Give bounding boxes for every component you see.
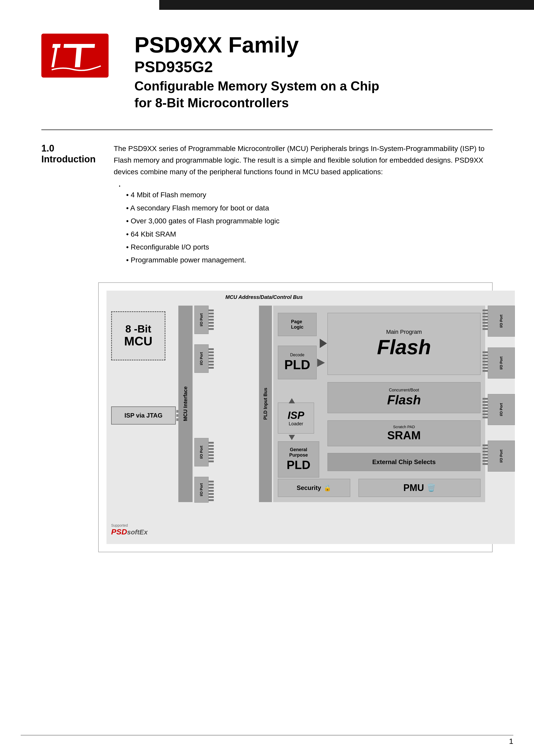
io-port-left-1: I/O Port xyxy=(194,306,209,334)
section-number: 1.0 xyxy=(41,143,98,154)
bullet-1: 4 Mbit of Flash memory xyxy=(119,188,493,202)
io-port-right-2-connectors xyxy=(483,350,488,373)
intro-paragraph: The PSD9XX series of Programmable Microc… xyxy=(114,143,493,177)
io-port-right-3: I/O Port xyxy=(488,394,515,425)
io-port-left-4-connectors xyxy=(209,479,214,502)
main-flash-block: Main Program Flash xyxy=(328,313,480,375)
gp-pld-main: PLD xyxy=(287,458,310,472)
section-divider xyxy=(41,129,493,130)
io-port-left-3-connectors xyxy=(209,441,214,464)
gp-label-2: Purpose xyxy=(289,452,308,458)
lock-icon: 🔒 xyxy=(324,484,331,492)
pld-input-bus-label: PLD Input Bus xyxy=(263,388,268,420)
isp-loader-block: ISP Loader xyxy=(278,403,314,434)
ext-chip-label: External Chip Selects xyxy=(372,458,436,466)
bullet-2: A secondary Flash memory for boot or dat… xyxy=(119,202,493,215)
io-port-left-2-connectors xyxy=(209,347,214,370)
page-number: 1 xyxy=(509,737,513,746)
io-port-left-3: I/O Port xyxy=(194,438,209,467)
security-block: Security 🔒 xyxy=(278,479,350,497)
st-logo-svg xyxy=(46,36,103,75)
flash-large: Flash xyxy=(377,335,431,359)
page-logic-block: PageLogic xyxy=(278,313,317,336)
bullet-4: 64 Kbit SRAM xyxy=(119,228,493,241)
mcu-label-line1: 8 -Bit xyxy=(125,323,151,335)
sram-block: Scratch PAD SRAM xyxy=(328,420,480,446)
security-label: Security xyxy=(297,484,321,492)
isp-jtag-label: ISP via JTAG xyxy=(124,412,162,419)
supported-text: Supported xyxy=(111,523,176,527)
decode-label: Decode xyxy=(290,353,304,357)
io-port-right-2-label: I/O Port xyxy=(499,356,503,369)
io-port-right-4: I/O Port xyxy=(488,441,515,472)
pmu-label: PMU xyxy=(404,482,424,493)
mcu-label-line2: MCU xyxy=(124,335,152,348)
io-port-left-4-label: I/O Port xyxy=(200,483,204,496)
pmu-icon: 🗑️ xyxy=(427,483,436,492)
io-port-left-3-label: I/O Port xyxy=(200,446,204,459)
diagram-container: MCU Address/Data/Control Bus 8 -Bit MCU … xyxy=(98,282,493,552)
concurrent-boot-label: Concurrent/Boot xyxy=(389,388,419,392)
mcu-block: 8 -Bit MCU xyxy=(111,311,165,361)
isp-jtag-block: ISP via JTAG xyxy=(111,406,176,424)
section-title: Introduction xyxy=(41,154,95,164)
isp-sub: Loader xyxy=(289,421,303,427)
boot-flash-block: Concurrent/Boot Flash xyxy=(328,382,480,413)
subtitle-model: PSD935G2 xyxy=(134,58,379,76)
io-port-right-3-label: I/O Port xyxy=(499,403,503,416)
io-port-right-4-label: I/O Port xyxy=(499,449,503,463)
mcu-interface-label: MCU Interface xyxy=(182,386,188,421)
main-program-label: Main Program xyxy=(386,329,422,335)
section-label: 1.0 Introduction xyxy=(41,143,98,267)
decode-pld-block: Decode PLD xyxy=(278,346,317,379)
psdsoflex-area: Supported PSDsoftEx xyxy=(111,523,176,536)
st-logo xyxy=(41,34,109,78)
pmu-block: PMU 🗑️ xyxy=(359,479,480,497)
title-block: PSD9XX Family PSD935G2 Configurable Memo… xyxy=(134,34,379,111)
flash-medium: Flash xyxy=(387,392,421,408)
sram-main: SRAM xyxy=(387,429,421,442)
psdsoflex-logo: PSDsoftEx xyxy=(111,527,176,536)
io-port-right-1: I/O Port xyxy=(488,306,515,337)
isp-arrow-down xyxy=(289,435,295,440)
bus-label: MCU Address/Data/Control Bus xyxy=(226,294,303,300)
mcu-interface-bar: MCU Interface xyxy=(178,306,193,502)
subtitle-desc: Configurable Memory System on a Chip for… xyxy=(134,78,379,111)
header-section: PSD9XX Family PSD935G2 Configurable Memo… xyxy=(41,15,493,111)
io-port-left-2: I/O Port xyxy=(194,344,209,373)
gp-pld-block: General Purpose PLD xyxy=(278,441,319,477)
pld-input-bus-bar: PLD Input Bus xyxy=(259,306,272,502)
io-port-right-1-connectors xyxy=(483,308,488,331)
io-port-right-1-label: I/O Port xyxy=(499,314,503,328)
io-port-right-3-connectors xyxy=(483,397,488,419)
isp-arrow-up xyxy=(289,398,295,403)
io-port-left-2-label: I/O Port xyxy=(200,352,204,365)
main-flash-arrow xyxy=(320,339,327,348)
main-title: PSD9XX Family xyxy=(134,34,379,56)
page-logic-text: PageLogic xyxy=(291,319,304,330)
bullet-3: Over 3,000 gates of Flash programmable l… xyxy=(119,215,493,228)
isp-main: ISP xyxy=(288,410,304,421)
diagram-inner: MCU Address/Data/Control Bus 8 -Bit MCU … xyxy=(106,291,515,544)
io-port-right-4-connectors xyxy=(483,443,488,466)
ext-chip-block: External Chip Selects xyxy=(328,453,480,471)
gp-label-1: General xyxy=(290,447,307,452)
footer-line xyxy=(21,735,513,735)
bullet-5: Reconfigurable I/O ports xyxy=(119,241,493,254)
bullet-list: 4 Mbit of Flash memory A secondary Flash… xyxy=(119,184,493,267)
top-bar xyxy=(159,0,534,10)
io-port-left-1-label: I/O Port xyxy=(200,313,204,326)
section-body: The PSD9XX series of Programmable Microc… xyxy=(114,143,493,267)
io-port-left-1-connectors xyxy=(209,308,214,331)
bullet-6: Programmable power management. xyxy=(119,254,493,267)
io-port-left-4: I/O Port xyxy=(194,477,209,502)
scratch-label: Scratch PAD xyxy=(393,424,415,429)
io-port-right-2: I/O Port xyxy=(488,347,515,379)
content-section: 1.0 Introduction The PSD9XX series of Pr… xyxy=(41,143,493,267)
main-content-area: PageLogic Decode PLD ISP Loader General … xyxy=(273,306,485,502)
decode-pld-main: PLD xyxy=(284,357,310,372)
